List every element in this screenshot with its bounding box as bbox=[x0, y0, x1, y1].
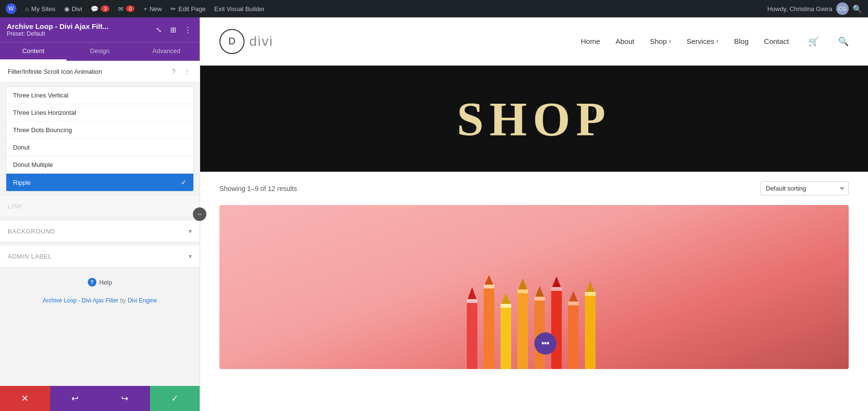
floating-dots-button[interactable]: ••• bbox=[534, 332, 556, 355]
grid-icon[interactable]: ⊞ bbox=[168, 25, 178, 35]
new-item[interactable]: + New bbox=[143, 5, 162, 13]
products-count: Showing 1–9 of 12 results bbox=[219, 185, 297, 192]
option-donut-multiple[interactable]: Donut Multiple bbox=[6, 156, 193, 174]
background-section-label: Background bbox=[8, 228, 55, 235]
nav-shop[interactable]: Shop ▾ bbox=[650, 37, 671, 45]
engine-link[interactable]: Divi Engine bbox=[128, 297, 157, 304]
redo-button[interactable]: ↪ bbox=[100, 386, 150, 411]
svg-rect-18 bbox=[568, 304, 579, 369]
cancel-icon: ✕ bbox=[21, 393, 28, 404]
search-bar-icon[interactable]: 🔍 bbox=[853, 4, 862, 14]
wordpress-icon: W bbox=[6, 3, 16, 14]
save-button[interactable]: ✓ bbox=[150, 386, 200, 411]
nav-about[interactable]: About bbox=[615, 37, 634, 45]
shop-caret-icon: ▾ bbox=[669, 39, 671, 44]
option-ripple[interactable]: Ripple ✓ bbox=[6, 174, 193, 191]
link-section[interactable]: Link bbox=[0, 195, 200, 217]
services-caret-icon: ▾ bbox=[716, 39, 719, 44]
cancel-button[interactable]: ✕ bbox=[0, 386, 50, 411]
search-icon[interactable]: 🔍 bbox=[838, 36, 849, 47]
option-three-dots-bouncing[interactable]: Three Dots Bouncing bbox=[6, 122, 193, 139]
svg-rect-5 bbox=[484, 285, 494, 288]
panel-tabs: Content Design Advanced bbox=[0, 42, 200, 61]
svg-rect-6 bbox=[501, 306, 511, 369]
divi-item[interactable]: ◉ Divi bbox=[64, 5, 82, 13]
resize-handle[interactable]: ↔ bbox=[193, 207, 206, 221]
background-section[interactable]: Background ▾ bbox=[0, 220, 200, 242]
site-logo: D divi bbox=[219, 29, 273, 54]
resize-icon[interactable]: ⤡ bbox=[153, 25, 164, 35]
edit-page-item[interactable]: ✏ Edit Page bbox=[171, 5, 205, 13]
nav-home[interactable]: Home bbox=[581, 37, 600, 45]
comments-icon: 💬 bbox=[91, 5, 98, 13]
admin-label-chevron-icon: ▾ bbox=[189, 252, 192, 260]
nav-blog[interactable]: Blog bbox=[734, 37, 748, 45]
save-icon: ✓ bbox=[171, 393, 178, 404]
header-icons: ⤡ ⊞ ⋮ bbox=[153, 25, 193, 35]
admin-label-section-label: Admin Label bbox=[8, 253, 52, 260]
undo-button[interactable]: ↩ bbox=[50, 386, 100, 411]
products-header: Showing 1–9 of 12 results Default sortin… bbox=[219, 181, 849, 195]
undo-icon: ↩ bbox=[71, 393, 79, 404]
my-sites-item[interactable]: ⌂ My Sites bbox=[25, 5, 55, 13]
animation-label-row: Filter/Infinite Scroll Icon Animation ? … bbox=[0, 61, 200, 82]
main-wrapper: Archive Loop - Divi Ajax Filt... Preset:… bbox=[0, 17, 868, 411]
exit-builder-item[interactable]: Exit Visual Builder bbox=[214, 5, 265, 13]
option-three-lines-horizontal[interactable]: Three Lines Horizontal bbox=[6, 104, 193, 122]
help-section: ? Help bbox=[0, 270, 200, 294]
shop-hero-title: SHOP bbox=[457, 91, 611, 147]
cart-icon[interactable]: 🛒 bbox=[808, 36, 819, 47]
svg-rect-17 bbox=[551, 287, 562, 291]
logo-text: divi bbox=[249, 34, 273, 49]
svg-rect-23 bbox=[585, 292, 596, 296]
user-avatar: CG bbox=[836, 2, 849, 15]
svg-rect-14 bbox=[534, 297, 545, 301]
panel-title-group: Archive Loop - Divi Ajax Filt... Preset:… bbox=[7, 22, 108, 37]
plugin-link[interactable]: Archive Loop - Divi Ajax Filter bbox=[43, 297, 119, 304]
svg-rect-0 bbox=[467, 301, 477, 369]
logo-circle: D bbox=[219, 29, 244, 54]
preview-area: D divi Home About Shop ▾ Services ▾ bbox=[200, 17, 868, 411]
panel-preset: Preset: Default bbox=[7, 30, 108, 37]
dots-menu-icon[interactable]: ⋮ bbox=[182, 25, 193, 35]
admin-label-section[interactable]: Admin Label ▾ bbox=[0, 245, 200, 267]
selected-checkmark-icon: ✓ bbox=[181, 178, 187, 186]
help-circle-icon: ? bbox=[88, 278, 96, 287]
divi-logo-icon: ◉ bbox=[64, 5, 69, 13]
panel-header: Archive Loop - Divi Ajax Filt... Preset:… bbox=[0, 17, 200, 42]
messages-item[interactable]: ✉ 0 bbox=[118, 5, 135, 13]
animation-label-text: Filter/Infinite Scroll Icon Animation bbox=[8, 68, 102, 75]
svg-rect-2 bbox=[467, 299, 477, 303]
help-button[interactable]: ? Help bbox=[8, 278, 192, 287]
messages-icon: ✉ bbox=[118, 5, 123, 13]
panel-credits: Archive Loop - Divi Ajax Filter by Divi … bbox=[0, 294, 200, 310]
option-donut[interactable]: Donut bbox=[6, 139, 193, 156]
home-icon: ⌂ bbox=[25, 5, 29, 13]
wp-logo-item[interactable]: W bbox=[6, 3, 16, 14]
redo-icon: ↪ bbox=[121, 393, 128, 404]
pencils-decoration bbox=[457, 273, 611, 369]
svg-rect-21 bbox=[585, 294, 596, 369]
nav-contact[interactable]: Contact bbox=[764, 37, 789, 45]
logo-d-letter: D bbox=[229, 36, 235, 47]
tab-design[interactable]: Design bbox=[67, 42, 133, 61]
more-options-icon[interactable]: ⋮ bbox=[182, 67, 192, 76]
option-three-lines-vertical[interactable]: Three Lines Vertical bbox=[6, 87, 193, 104]
help-question-icon[interactable]: ? bbox=[169, 67, 178, 76]
edit-icon: ✏ bbox=[171, 5, 176, 13]
plus-icon: + bbox=[143, 5, 147, 13]
label-icons: ? ⋮ bbox=[169, 67, 192, 76]
sort-select[interactable]: Default sorting Sort by popularity Sort … bbox=[760, 181, 849, 195]
comments-item[interactable]: 💬 3 bbox=[91, 5, 109, 13]
admin-bar: W ⌂ My Sites ◉ Divi 💬 3 ✉ 0 + New ✏ Edit… bbox=[0, 0, 868, 17]
howdy-item[interactable]: Howdy, Christina Gwira CG 🔍 bbox=[767, 2, 862, 15]
tab-content[interactable]: Content bbox=[0, 42, 67, 61]
panel-body: Filter/Infinite Scroll Icon Animation ? … bbox=[0, 61, 200, 386]
site-nav-links: Home About Shop ▾ Services ▾ Blog Contac bbox=[581, 36, 849, 47]
link-section-label: Link bbox=[8, 203, 23, 210]
panel-title: Archive Loop - Divi Ajax Filt... bbox=[7, 22, 108, 30]
tab-advanced[interactable]: Advanced bbox=[133, 42, 200, 61]
svg-rect-20 bbox=[568, 301, 579, 305]
products-area: Showing 1–9 of 12 results Default sortin… bbox=[200, 172, 868, 411]
nav-services[interactable]: Services ▾ bbox=[687, 37, 719, 45]
